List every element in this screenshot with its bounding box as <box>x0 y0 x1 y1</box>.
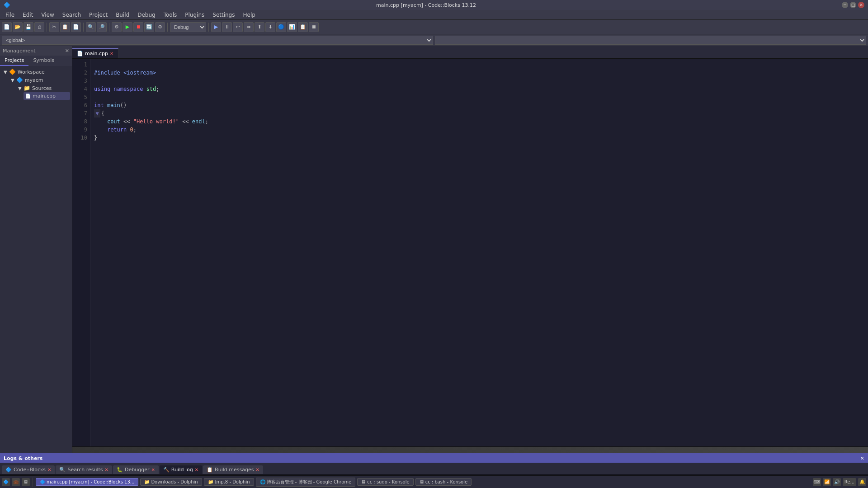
menu-build[interactable]: Build <box>112 11 133 19</box>
bottom-panel-close-icon[interactable]: ✕ <box>860 455 864 461</box>
build-log-tab-close[interactable]: ✕ <box>195 467 198 472</box>
menu-tools[interactable]: Tools <box>160 11 181 19</box>
editor-tab-icon: 📄 <box>77 51 83 56</box>
new-button[interactable]: 📄 <box>2 22 12 32</box>
debug-info-button[interactable]: 📋 <box>298 22 308 32</box>
find-button[interactable]: 🔍 <box>86 22 96 32</box>
editor-tabs: 📄 main.cpp ✕ <box>72 46 868 59</box>
tab-symbols[interactable]: Symbols <box>28 56 59 66</box>
horizontal-scrollbar[interactable] <box>72 446 868 453</box>
replace-button[interactable]: 🔎 <box>97 22 107 32</box>
code-editor[interactable]: #include <iostream> using namespace std;… <box>90 59 868 446</box>
symbol-combo[interactable] <box>435 36 866 45</box>
breakpoint-button[interactable]: 🔵 <box>276 22 286 32</box>
tab-search-results[interactable]: 🔍 Search results ✕ <box>56 465 112 474</box>
project-expand-icon: ▼ <box>11 78 14 83</box>
taskbar-icon-1[interactable]: 💼 <box>12 478 20 486</box>
line-numbers: 1 2 3 4 5 6 7 8 9 10 <box>72 59 90 446</box>
taskbar-dolphin-1[interactable]: 📁 Downloads - Dolphin <box>140 478 202 486</box>
menu-project[interactable]: Project <box>85 11 111 19</box>
taskbar-konsole-1-label: cc : sudo - Konsole <box>367 479 409 484</box>
copy-button[interactable]: 📋 <box>60 22 70 32</box>
rebuild-button[interactable]: 🔄 <box>144 22 154 32</box>
debug-run-button[interactable]: ▶ <box>211 22 221 32</box>
tray-keyboard-icon[interactable]: ⌨ <box>813 478 821 486</box>
tray-network-icon[interactable]: 📶 <box>823 478 831 486</box>
scope-combo[interactable]: <global> <box>2 36 433 45</box>
cut-button[interactable]: ✂ <box>49 22 59 32</box>
tree-workspace[interactable]: ▼ 🔶 Workspace <box>2 68 70 76</box>
stop-button[interactable]: ⏹ <box>133 22 143 32</box>
debug-next-inst-button[interactable]: ⬇ <box>265 22 275 32</box>
tray-volume-icon[interactable]: 🔊 <box>833 478 841 486</box>
taskbar-dolphin-2[interactable]: 📁 tmp.8 - Dolphin <box>204 478 254 486</box>
workspace-label: Workspace <box>18 69 45 75</box>
paste-button[interactable]: 📄 <box>71 22 81 32</box>
debug-pause-button[interactable]: ⏸ <box>222 22 232 32</box>
sidebar: Management ✕ Projects Symbols ▼ 🔶 Worksp… <box>0 46 72 453</box>
taskbar-konsole-2[interactable]: 🖥 cc : bash - Konsole <box>415 478 472 486</box>
menu-debug[interactable]: Debug <box>134 11 159 19</box>
tab-debugger[interactable]: 🐛 Debugger ✕ <box>113 465 159 474</box>
start-button[interactable]: 🔷 <box>2 478 10 486</box>
tree-main-cpp[interactable]: 📄 main.cpp <box>24 92 70 100</box>
close-button[interactable]: ✕ <box>858 2 864 8</box>
taskbar-icon-2[interactable]: 🖥 <box>22 478 30 486</box>
open-button[interactable]: 📂 <box>13 22 23 32</box>
toolbar-sep-4 <box>167 23 168 32</box>
taskbar-chrome-label: 博客后台管理 - 博客园 - Google Chrome <box>267 479 352 485</box>
taskbar-konsole-1[interactable]: 🖥 cc : sudo - Konsole <box>357 478 413 486</box>
debug-step-button[interactable]: ➡ <box>244 22 254 32</box>
debug-step-out-button[interactable]: ⬆ <box>255 22 264 32</box>
save-button[interactable]: 💾 <box>24 22 33 32</box>
maximize-button[interactable]: □ <box>850 2 856 8</box>
taskbar-chrome[interactable]: 🌐 博客后台管理 - 博客园 - Google Chrome <box>256 478 356 487</box>
taskbar-codeblocks[interactable]: 🔷 main.cpp [myacm] - Code::Blocks 13... <box>36 478 138 486</box>
taskbar-konsole-1-icon: 🖥 <box>361 479 366 484</box>
stop-debug-button[interactable]: ⏹ <box>309 22 319 32</box>
watches-button[interactable]: 📊 <box>287 22 297 32</box>
menu-settings[interactable]: Settings <box>209 11 238 19</box>
tab-codeblocks[interactable]: 🔷 Code::Blocks ✕ <box>2 465 55 474</box>
tray-extra-icon[interactable]: 🔔 <box>858 478 866 486</box>
bottom-tabs: 🔷 Code::Blocks ✕ 🔍 Search results ✕ 🐛 De… <box>0 463 868 474</box>
window-title: main.cpp [myacm] - Code::Blocks 13.12 <box>10 2 842 8</box>
taskbar: 🔷 💼 🖥 🔷 main.cpp [myacm] - Code::Blocks … <box>0 475 868 488</box>
tab-projects[interactable]: Projects <box>0 56 28 66</box>
debug-next-button[interactable]: ↩ <box>233 22 243 32</box>
run-button[interactable]: ▶ <box>123 22 132 32</box>
tree-sources[interactable]: ▼ 📁 Sources <box>16 84 70 92</box>
tab-build-messages[interactable]: 📋 Build messages ✕ <box>203 465 263 474</box>
settings-button[interactable]: ⚙ <box>155 22 165 32</box>
build-button[interactable]: ⚙ <box>112 22 122 32</box>
debugger-tab-close[interactable]: ✕ <box>151 467 155 472</box>
menu-view[interactable]: View <box>38 11 57 19</box>
logs-label: Logs & others <box>4 455 42 461</box>
menu-help[interactable]: Help <box>239 11 259 19</box>
sidebar-close-icon[interactable]: ✕ <box>65 48 69 54</box>
tray-time-icon[interactable]: Re... <box>843 478 856 486</box>
line-num-5: 5 <box>72 93 87 101</box>
tree-project[interactable]: ▼ 🔷 myacm <box>9 76 70 84</box>
sources-children: 📄 main.cpp <box>16 92 70 100</box>
line-num-6: 6 <box>72 101 87 109</box>
search-results-tab-close[interactable]: ✕ <box>105 467 108 472</box>
minimize-button[interactable]: ─ <box>842 2 848 8</box>
taskbar-dolphin-1-icon: 📁 <box>144 479 150 484</box>
taskbar-dolphin-2-label: tmp.8 - Dolphin <box>215 479 250 484</box>
debugger-tab-icon: 🐛 <box>117 467 123 473</box>
menu-search[interactable]: Search <box>59 11 85 19</box>
tab-build-log[interactable]: 🔨 Build log ✕ <box>160 465 202 474</box>
editor-tab-close[interactable]: ✕ <box>110 51 113 56</box>
save-all-button[interactable]: 🖨 <box>34 22 44 32</box>
editor-tab-main-cpp[interactable]: 📄 main.cpp ✕ <box>72 48 118 58</box>
sources-expand-icon: ▼ <box>18 86 22 91</box>
build-messages-tab-close[interactable]: ✕ <box>255 467 259 472</box>
taskbar-dolphin-2-icon: 📁 <box>208 479 213 484</box>
build-type-combo[interactable]: Debug Release <box>170 22 206 32</box>
menu-edit[interactable]: Edit <box>19 11 37 19</box>
navbar: <global> <box>0 34 868 46</box>
menu-plugins[interactable]: Plugins <box>181 11 208 19</box>
menu-file[interactable]: File <box>2 11 18 19</box>
codeblocks-tab-close[interactable]: ✕ <box>47 467 51 472</box>
